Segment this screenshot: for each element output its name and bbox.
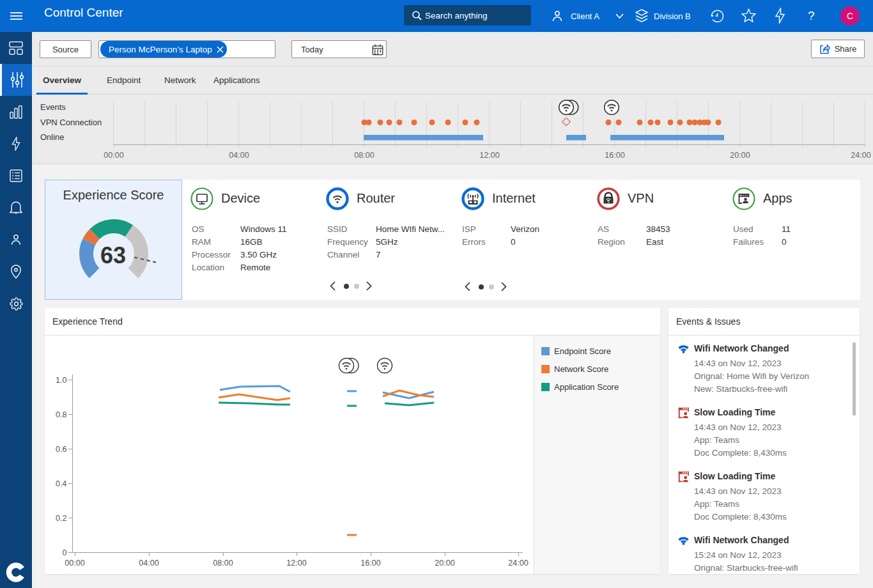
svg-text:00:00: 00:00 xyxy=(65,559,84,568)
svg-text:0: 0 xyxy=(63,548,67,557)
svg-text:24:00: 24:00 xyxy=(508,559,528,568)
svg-text:08:00: 08:00 xyxy=(213,559,233,568)
svg-text:0.6: 0.6 xyxy=(56,445,66,454)
svg-text:16:00: 16:00 xyxy=(360,559,380,568)
svg-text:0.8: 0.8 xyxy=(56,410,66,419)
svg-text:0.4: 0.4 xyxy=(56,479,66,488)
svg-text:1.0: 1.0 xyxy=(56,376,66,385)
svg-text:0.2: 0.2 xyxy=(56,514,66,523)
svg-text:63: 63 xyxy=(100,242,126,268)
svg-text:04:00: 04:00 xyxy=(139,559,158,568)
svg-text:20:00: 20:00 xyxy=(435,559,454,568)
svg-text:12:00: 12:00 xyxy=(286,559,306,568)
